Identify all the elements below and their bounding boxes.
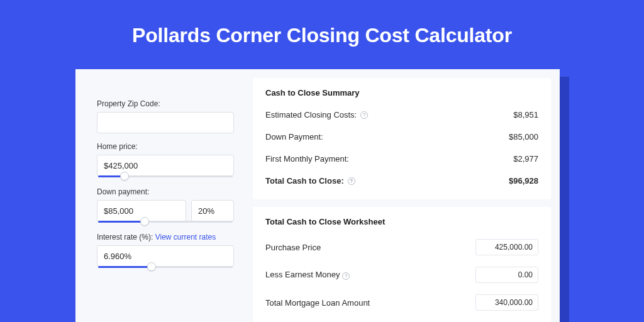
worksheet-heading: Total Cash to Close Worksheet: [265, 217, 538, 226]
down-payment-field: Down payment:: [97, 187, 234, 221]
worksheet-row-label: Purchase Price: [265, 243, 321, 252]
home-price-field: Home price:: [97, 142, 234, 176]
summary-total-row: Total Cash to Close: ? $96,928: [265, 172, 538, 194]
calculator-card: Property Zip Code: Home price: Down paym…: [75, 69, 560, 322]
slider-fill: [98, 266, 153, 268]
summary-label-text: Estimated Closing Costs:: [265, 110, 357, 119]
summary-row: Down Payment: $85,000: [265, 128, 538, 150]
worksheet-row: Purchase Price: [265, 235, 538, 263]
summary-row-label: Down Payment:: [265, 132, 323, 142]
summary-row-label: First Monthly Payment:: [265, 154, 349, 164]
view-rates-link[interactable]: View current rates: [155, 233, 216, 242]
page-title: Pollards Corner Closing Cost Calculator: [0, 0, 644, 64]
inputs-panel: Property Zip Code: Home price: Down paym…: [84, 78, 244, 322]
worksheet-label-text: Purchase Price: [265, 243, 321, 252]
worksheet-row-label: Less Earnest Money ?: [265, 270, 350, 280]
results-column: Cash to Close Summary Estimated Closing …: [253, 78, 551, 322]
summary-row-value: $2,977: [513, 154, 538, 164]
summary-total-label: Total Cash to Close: ?: [265, 176, 355, 186]
home-price-input[interactable]: [97, 155, 234, 176]
worksheet-row: Total Mortgage Loan Amount: [265, 291, 538, 318]
worksheet-row-label: Total Mortgage Loan Amount: [265, 298, 370, 308]
worksheet-input-purchase-price[interactable]: [475, 239, 538, 255]
worksheet-input-earnest-money[interactable]: [475, 267, 538, 283]
worksheet-label-text: Less Earnest Money: [265, 270, 340, 279]
help-icon[interactable]: ?: [360, 111, 368, 119]
interest-rate-label-text: Interest rate (%):: [97, 233, 153, 242]
zip-input[interactable]: [97, 112, 234, 133]
worksheet-row: Less Earnest Money ?: [265, 263, 538, 291]
slider-thumb[interactable]: [120, 172, 129, 180]
worksheet-panel: Total Cash to Close Worksheet Purchase P…: [253, 207, 551, 322]
summary-total-value: $96,928: [509, 176, 538, 186]
zip-field: Property Zip Code:: [97, 99, 234, 133]
interest-rate-label: Interest rate (%): View current rates: [97, 233, 234, 242]
help-icon[interactable]: ?: [342, 272, 350, 280]
home-price-label: Home price:: [97, 142, 234, 151]
down-payment-pct-input[interactable]: [191, 200, 234, 221]
interest-rate-field: Interest rate (%): View current rates: [97, 233, 234, 267]
zip-label: Property Zip Code:: [97, 99, 234, 108]
help-icon[interactable]: ?: [348, 177, 355, 185]
interest-rate-input[interactable]: [97, 245, 234, 267]
summary-label-text: Down Payment:: [265, 132, 323, 142]
summary-row-value: $85,000: [509, 132, 538, 142]
summary-panel: Cash to Close Summary Estimated Closing …: [253, 78, 551, 199]
worksheet-row: Total Second Mortgage Amount ?: [265, 318, 538, 322]
worksheet-label-text: Total Mortgage Loan Amount: [265, 298, 370, 308]
summary-row: Estimated Closing Costs: ? $8,951: [265, 106, 538, 128]
slider-fill: [98, 221, 146, 223]
summary-row-label: Estimated Closing Costs: ?: [265, 110, 368, 119]
slider-thumb[interactable]: [147, 262, 156, 271]
summary-row: First Monthly Payment: $2,977: [265, 150, 538, 172]
summary-label-text: Total Cash to Close:: [265, 176, 344, 186]
worksheet-input-mortgage-loan[interactable]: [475, 294, 538, 311]
summary-label-text: First Monthly Payment:: [265, 154, 349, 164]
summary-heading: Cash to Close Summary: [265, 88, 538, 97]
summary-row-value: $8,951: [513, 110, 538, 119]
down-payment-label: Down payment:: [97, 187, 234, 196]
slider-thumb[interactable]: [140, 217, 149, 226]
